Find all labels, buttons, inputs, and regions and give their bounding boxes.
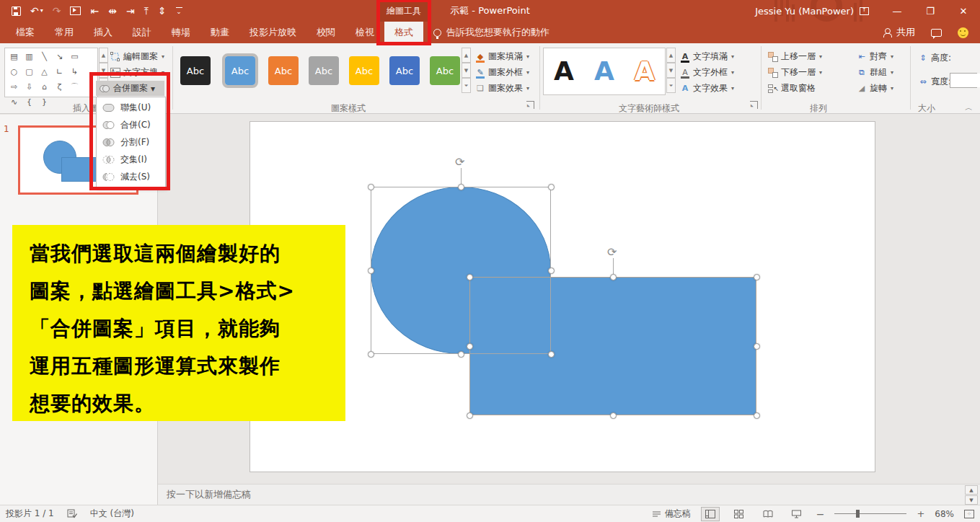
notes-button[interactable]: 備忘稿 (652, 508, 691, 520)
align-button[interactable]: ⇤ 對齊▾ (855, 49, 896, 64)
share-button[interactable]: 共用 (883, 26, 915, 39)
tab-transitions[interactable]: 轉場 (162, 22, 200, 43)
menu-item-subtract[interactable]: 減去(S) (97, 168, 165, 185)
oval-shape-icon[interactable]: ○ (6, 64, 22, 79)
comments-icon[interactable] (931, 29, 942, 37)
wordart-down-icon[interactable]: ▼ (666, 63, 676, 78)
freeform-shape-icon[interactable]: ⌂ (37, 79, 52, 94)
align-left-icon[interactable]: ⇤ (90, 6, 99, 16)
wordart-more-icon[interactable]: ⏷ (666, 78, 676, 93)
tab-slideshow[interactable]: 投影片放映 (239, 22, 306, 43)
rectangle-rotation-handle[interactable]: ⟳ (607, 247, 617, 258)
arrow-line-shape-icon[interactable]: ↘ (52, 49, 67, 64)
shape-styles-dialog-launcher-icon[interactable] (526, 101, 534, 109)
oval-handle-nw[interactable] (368, 184, 374, 190)
oval-handle-se[interactable] (548, 351, 555, 358)
next-slide-icon[interactable]: ▼ (965, 495, 978, 505)
oval-handle-e[interactable] (548, 267, 555, 274)
wordart-dialog-launcher-icon[interactable] (750, 101, 758, 109)
tab-design[interactable]: 設計 (123, 22, 162, 43)
oval-handle-sw[interactable] (368, 351, 374, 358)
text-fill-button[interactable]: A 文字填滿▾ (678, 49, 736, 64)
curve-shape-icon[interactable]: ∿ (6, 94, 22, 110)
menu-item-combine[interactable]: 合併(C) (97, 116, 165, 133)
styles-down-icon[interactable]: ▼ (462, 63, 471, 78)
menu-item-intersect[interactable]: 交集(I) (97, 151, 165, 168)
shape-style-swatch-blue-selected[interactable]: Abc (225, 56, 255, 85)
selection-pane-button[interactable]: ↖ 選取窗格 (766, 81, 818, 96)
feedback-smiley-icon[interactable] (958, 27, 968, 38)
ribbon-display-options-icon[interactable] (847, 0, 880, 22)
menu-item-fragment[interactable]: 分割(F) (97, 133, 165, 151)
text-effects-button[interactable]: A 文字效果▾ (678, 81, 736, 96)
line-shape-icon[interactable]: ╲ (37, 49, 52, 64)
left-brace-shape-icon[interactable]: { (22, 94, 37, 110)
rect-handle-e[interactable] (754, 343, 760, 350)
wordart-style-black[interactable]: A (554, 58, 574, 84)
reading-view-button[interactable] (759, 507, 777, 521)
wordart-scroll[interactable]: ▲ ▼ ⏷ (666, 48, 676, 93)
width-field[interactable]: ▲▼ (950, 73, 977, 88)
styles-more-icon[interactable]: ⏷ (462, 78, 471, 93)
align-middle-icon[interactable]: ⇕ (158, 6, 167, 16)
tab-animations[interactable]: 動畫 (200, 22, 239, 43)
elbow-arrow-connector-icon[interactable]: ↳ (67, 64, 82, 79)
shape-style-swatch-gold[interactable]: Abc (349, 56, 379, 85)
shape-style-swatch-green[interactable]: Abc (430, 56, 460, 85)
zoom-slider[interactable] (834, 513, 906, 514)
undo-icon[interactable]: ↶▾ (30, 6, 43, 16)
wordart-style-blue[interactable]: A (594, 58, 614, 84)
text-box-button[interactable]: A≡ 文字方塊▾ (108, 65, 167, 80)
tab-format[interactable]: 格式 (384, 22, 423, 43)
shape-outline-button[interactable]: ✎ 圖案外框▾ (473, 65, 531, 80)
tab-insert[interactable]: 插入 (84, 22, 123, 43)
customize-qat-icon[interactable]: ⌄ (176, 7, 182, 15)
rect-handle-sw[interactable] (467, 412, 473, 419)
scribble-shape-icon[interactable]: ζ (52, 79, 67, 94)
rectangle-shape-icon[interactable]: ▭ (67, 49, 82, 64)
textbox-shape-icon[interactable]: ▤ (6, 49, 22, 64)
gallery-down-icon[interactable]: ▼ (99, 63, 108, 78)
slide-sorter-view-button[interactable] (730, 507, 749, 521)
edit-shape-button[interactable]: 編輯圖案▾ (108, 49, 167, 64)
oval-handle-ne[interactable] (548, 184, 555, 190)
tab-file[interactable]: 檔案 (6, 22, 45, 43)
width-input[interactable] (950, 74, 980, 87)
normal-view-button[interactable] (701, 507, 720, 521)
shape-styles-scroll[interactable]: ▲ ▼ ⏷ (462, 48, 471, 93)
oval-handle-s[interactable] (458, 351, 464, 358)
bring-forward-button[interactable]: 上移一層▾ (766, 49, 824, 64)
rect-handle-se[interactable] (754, 412, 760, 419)
menu-item-union[interactable]: 聯集(U) (97, 99, 165, 116)
oval-handle-n[interactable] (458, 184, 464, 190)
oval-handle-w[interactable] (368, 267, 374, 274)
zoom-slider-thumb[interactable] (856, 510, 860, 518)
group-button[interactable]: ⧉ 群組▾ (855, 65, 896, 80)
rotate-button[interactable]: ◢ 旋轉▾ (855, 81, 896, 96)
account-user[interactable]: Jessie Yu (ManPower) (755, 0, 854, 22)
save-icon[interactable] (12, 6, 21, 16)
zoom-level[interactable]: 68% (935, 509, 954, 519)
wordart-style-orange-outline[interactable]: A (635, 58, 655, 84)
oval-rotation-handle[interactable]: ⟳ (455, 156, 464, 168)
shape-style-swatch-orange[interactable]: Abc (268, 56, 299, 85)
align-right-icon[interactable]: ⇥ (126, 6, 135, 16)
align-top-icon[interactable]: ⤒ (144, 6, 149, 16)
rounded-rectangle-shape-icon[interactable]: ▢ (22, 64, 37, 79)
text-outline-button[interactable]: A 文字外框▾ (678, 65, 736, 80)
triangle-shape-icon[interactable]: △ (37, 64, 52, 79)
collapse-ribbon-icon[interactable]: ︿ (965, 102, 973, 113)
shape-fill-button[interactable]: ◆ 圖案填滿▾ (473, 49, 531, 64)
wordart-up-icon[interactable]: ▲ (666, 48, 676, 63)
spellcheck-icon[interactable] (67, 509, 77, 518)
rect-handle-w[interactable] (467, 343, 473, 350)
rect-handle-n[interactable] (610, 274, 617, 280)
tab-home[interactable]: 常用 (45, 22, 84, 43)
rect-handle-ne[interactable] (754, 274, 760, 280)
notes-pane[interactable]: 按一下以新增備忘稿 (158, 484, 980, 505)
align-center-icon[interactable]: ⇹ (108, 6, 117, 16)
down-arrow-shape-icon[interactable]: ⇩ (22, 79, 37, 94)
language-indicator[interactable]: 中文 (台灣) (90, 508, 134, 520)
tell-me-box[interactable]: 告訴我您想要執行的動作 (433, 22, 549, 43)
previous-slide-icon[interactable]: ▲ (965, 485, 978, 495)
